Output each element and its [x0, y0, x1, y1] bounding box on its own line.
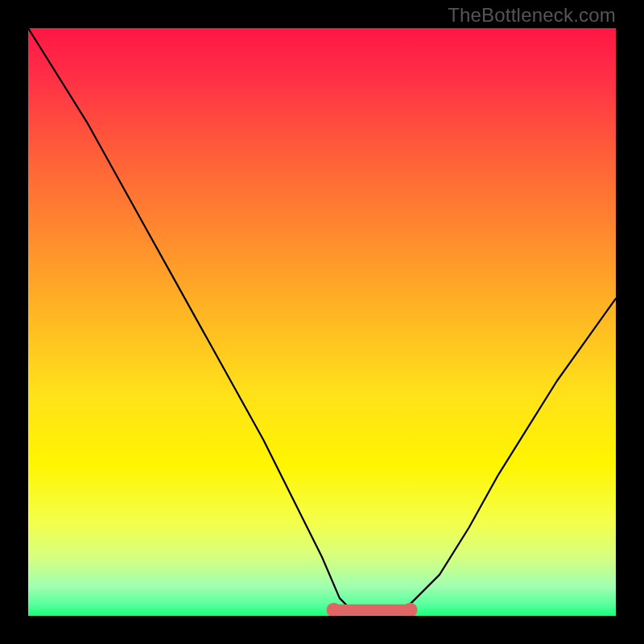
- chart-svg: [28, 28, 616, 616]
- gradient-background: [28, 28, 616, 616]
- plot-area: [28, 28, 616, 616]
- watermark-text: TheBottleneck.com: [448, 4, 616, 27]
- chart-frame: TheBottleneck.com: [0, 0, 644, 644]
